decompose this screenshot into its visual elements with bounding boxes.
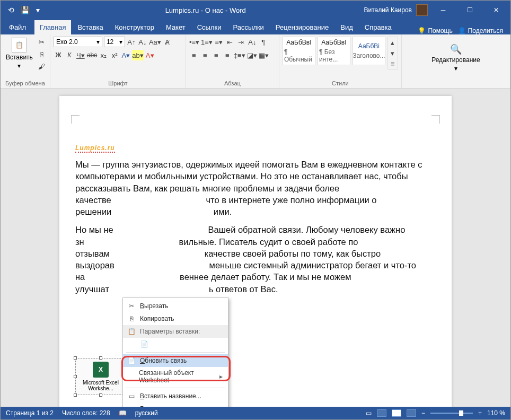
document-area[interactable]: Lumpics.ru Мы — группа энтузиастов, одер… — [1, 89, 510, 407]
numbering-icon[interactable]: 1≡▾ — [201, 37, 213, 47]
paragraph: Мы — группа энтузиастов, одержимых идеей… — [75, 159, 436, 217]
underline-button[interactable]: Ч▾ — [76, 50, 85, 60]
page-heading: Lumpics.ru — [75, 129, 436, 155]
statusbar: Страница 1 из 2 Число слов: 228 📖 русски… — [1, 407, 510, 419]
view-read-icon[interactable] — [377, 409, 386, 417]
editing-button[interactable]: 🔍 Редактирование▾ — [429, 42, 482, 73]
autosave-icon[interactable]: ⟲ — [8, 6, 14, 14]
shrink-font-icon[interactable]: A↓ — [138, 37, 147, 47]
strike-button[interactable]: abc — [87, 50, 97, 60]
ctx-cut[interactable]: ✂ВВырезатьырезать — [123, 300, 228, 312]
page[interactable]: Lumpics.ru Мы — группа энтузиастов, одер… — [59, 96, 452, 407]
justify-icon[interactable]: ≡ — [223, 50, 232, 60]
tab-mailings[interactable]: Рассылки — [227, 20, 269, 34]
styles-more-icon[interactable]: ≡ — [388, 58, 398, 69]
increase-indent-icon[interactable]: ⇥ — [236, 37, 246, 47]
styles-down-icon[interactable]: ▾ — [388, 48, 398, 58]
show-marks-icon[interactable]: ¶ — [259, 37, 268, 47]
align-center-icon[interactable]: ≡ — [200, 50, 210, 60]
ctx-paste-option-1[interactable]: 📄 — [123, 338, 228, 351]
align-right-icon[interactable]: ≡ — [212, 50, 221, 60]
paste-keep-icon: 📄 — [140, 340, 148, 348]
zoom-out-button[interactable]: − — [421, 409, 425, 417]
copy-icon[interactable]: ⎘ — [37, 49, 47, 59]
tab-references[interactable]: Ссылки — [192, 20, 227, 34]
shading-icon[interactable]: ◪▾ — [247, 50, 257, 60]
format-painter-icon[interactable]: 🖌 — [37, 61, 47, 72]
clear-format-icon[interactable]: A̷ — [163, 37, 172, 47]
tab-design[interactable]: Конструктор — [110, 20, 160, 34]
ctx-copy[interactable]: ⎘Копировать — [123, 312, 228, 325]
user-avatar[interactable] — [416, 4, 428, 16]
borders-icon: ▦ — [127, 405, 136, 407]
zoom-slider[interactable] — [430, 413, 473, 414]
display-settings-icon[interactable]: ▭ — [366, 409, 372, 417]
styles-up-icon[interactable]: ▴ — [388, 37, 398, 48]
copy-icon: ⎘ — [127, 314, 136, 323]
font-color-icon[interactable]: A▾ — [145, 50, 155, 60]
share-button[interactable]: 👤 Поделиться — [458, 27, 503, 34]
status-proofing-icon[interactable]: 📖 — [119, 409, 127, 417]
tab-insert[interactable]: Вставка — [72, 20, 108, 34]
ctx-borders[interactable]: ▦Границы и заливка... — [123, 402, 228, 407]
style-normal[interactable]: АаБбВвІ¶ Обычный — [283, 37, 315, 65]
chevron-right-icon: ▸ — [219, 373, 223, 380]
bullets-icon[interactable]: •≡▾ — [189, 37, 199, 47]
sort-icon[interactable]: A↓ — [248, 37, 257, 47]
cut-icon[interactable]: ✂ — [37, 37, 47, 47]
group-clipboard: 📋 Вставить▾ ✂ ⎘ 🖌 Буфер обмена — [1, 34, 50, 88]
cut-icon: ✂ — [127, 302, 136, 310]
paste-icon: 📋 — [12, 38, 27, 52]
tell-me-button[interactable]: 💡 Помощь — [418, 27, 452, 34]
status-page[interactable]: Страница 1 из 2 — [6, 409, 54, 417]
ctx-insert-caption[interactable]: ▭Вставить название... — [123, 390, 228, 402]
paste-icon: 📋 — [127, 327, 136, 336]
embedded-excel-object[interactable]: X Microsoft Excel Workshe... — [75, 358, 126, 395]
align-left-icon[interactable]: ≡ — [189, 50, 199, 60]
user-name[interactable]: Виталий Каиров — [364, 6, 412, 14]
font-name-combo[interactable]: Exo 2.0▾ — [54, 37, 102, 47]
font-size-combo[interactable]: 12▾ — [104, 37, 125, 47]
view-print-icon[interactable] — [392, 409, 401, 417]
group-paragraph: •≡▾ 1≡▾ ≡▾ ⇤ ⇥ A↓ ¶ ≡ ≡ ≡ ≡ ‡≡▾ ◪▾ ▦▾ Аб… — [186, 34, 279, 88]
ribbon: 📋 Вставить▾ ✂ ⎘ 🖌 Буфер обмена Exo 2.0▾ … — [1, 34, 510, 89]
excel-icon: X — [93, 362, 109, 378]
status-words[interactable]: Число слов: 228 — [62, 409, 110, 417]
change-case-icon[interactable]: Aa▾ — [149, 37, 161, 47]
style-nospacing[interactable]: АаБбВвІ¶ Без инте... — [318, 37, 350, 65]
ctx-linked-object[interactable]: Связанный объект Worksheet▸ — [123, 367, 228, 386]
tab-help[interactable]: Справка — [359, 20, 397, 34]
paste-button[interactable]: 📋 Вставить▾ — [4, 37, 35, 71]
bold-button[interactable]: Ж — [54, 50, 63, 60]
decrease-indent-icon[interactable]: ⇤ — [225, 37, 235, 47]
group-font: Exo 2.0▾ 12▾ A↑ A↓ Aa▾ A̷ Ж К Ч▾ abc x₂ … — [50, 34, 186, 88]
close-button[interactable]: ✕ — [485, 1, 507, 20]
borders-icon[interactable]: ▦▾ — [259, 50, 269, 60]
ctx-update-link[interactable]: 📄Обновить связь — [123, 354, 228, 367]
window-title: Lumpics.ru - О нас - Word — [47, 6, 364, 14]
status-language[interactable]: русский — [135, 409, 158, 417]
italic-button[interactable]: К — [65, 50, 74, 60]
multilevel-icon[interactable]: ≡▾ — [214, 37, 224, 47]
qat-dropdown-icon[interactable]: ▾ — [36, 6, 40, 14]
minimize-button[interactable]: ─ — [432, 1, 454, 20]
text-effects-icon[interactable]: A▾ — [121, 50, 130, 60]
subscript-button[interactable]: x₂ — [99, 50, 108, 60]
superscript-button[interactable]: x² — [110, 50, 119, 60]
style-heading1[interactable]: АаБбВіЗаголово... — [353, 37, 385, 65]
tab-file[interactable]: Файл — [4, 20, 33, 34]
group-styles: АаБбВвІ¶ Обычный АаБбВвІ¶ Без инте... Аа… — [279, 34, 402, 88]
line-spacing-icon[interactable]: ‡≡▾ — [234, 50, 245, 60]
save-icon[interactable]: 💾 — [21, 6, 30, 14]
ribbon-tabs: Файл Главная Вставка Конструктор Макет С… — [1, 20, 510, 34]
tab-view[interactable]: Вид — [335, 20, 358, 34]
tab-home[interactable]: Главная — [34, 20, 71, 34]
zoom-level[interactable]: 110 % — [487, 409, 505, 417]
view-web-icon[interactable] — [407, 409, 416, 417]
zoom-in-button[interactable]: + — [478, 409, 482, 417]
maximize-button[interactable]: ☐ — [459, 1, 481, 20]
highlight-icon[interactable]: ab▾ — [132, 50, 143, 60]
tab-review[interactable]: Рецензирование — [270, 20, 334, 34]
tab-layout[interactable]: Макет — [161, 20, 191, 34]
grow-font-icon[interactable]: A↑ — [127, 37, 136, 47]
